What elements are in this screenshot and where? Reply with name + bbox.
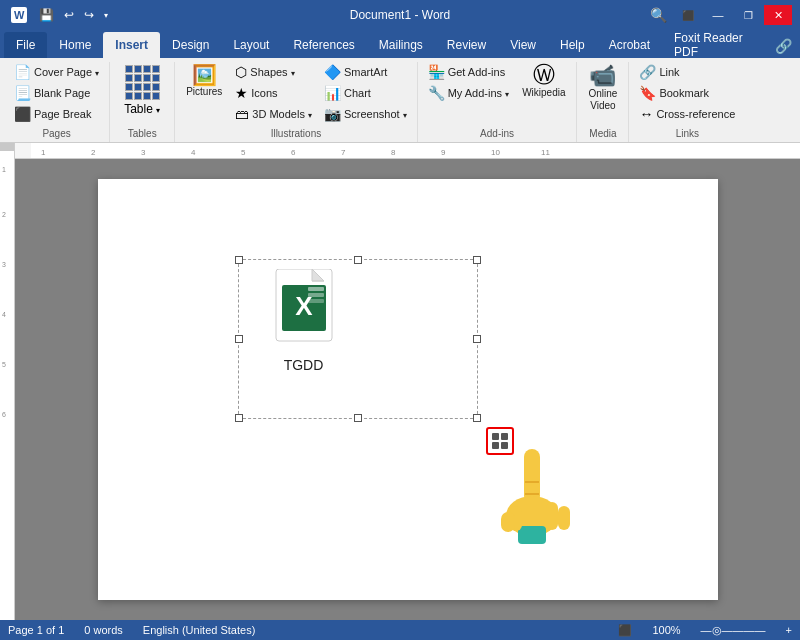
cross-reference-button[interactable]: ↔ Cross-reference: [635, 104, 739, 124]
media-group-label: Media: [583, 126, 622, 142]
excel-icon: X: [268, 269, 340, 351]
link-button[interactable]: 🔗 Link: [635, 62, 739, 82]
illustrations-col: ⬡ Shapes ▾ ★ Icons 🗃 3D Models ▾: [231, 62, 316, 124]
pages-buttons: 📄 Cover Page ▾ 📃 Blank Page ⬛ Page Break: [10, 62, 103, 124]
tab-file[interactable]: File: [4, 32, 47, 58]
shapes-icon: ⬡: [235, 64, 247, 80]
quick-access-toolbar: 💾 ↩ ↪ ▾: [36, 6, 111, 24]
cross-reference-icon: ↔: [639, 106, 653, 122]
svg-rect-17: [558, 506, 570, 530]
handle-top-mid[interactable]: [354, 256, 362, 264]
view-mode: ⬛: [618, 624, 632, 637]
pictures-button[interactable]: 🖼️ Pictures: [181, 62, 227, 101]
media-group-content: 📹 OnlineVideo: [583, 62, 622, 126]
smartart-label: SmartArt: [344, 66, 387, 78]
handle-mid-right[interactable]: [473, 335, 481, 343]
cover-page-button[interactable]: 📄 Cover Page ▾: [10, 62, 103, 82]
links-col: 🔗 Link 🔖 Bookmark ↔ Cross-reference: [635, 62, 739, 124]
my-addins-icon: 🔧: [428, 85, 445, 101]
online-video-icon: 📹: [589, 65, 616, 87]
bookmark-button[interactable]: 🔖 Bookmark: [635, 83, 739, 103]
my-addins-button[interactable]: 🔧 My Add-ins ▾: [424, 83, 513, 103]
handle-bot-mid[interactable]: [354, 414, 362, 422]
ribbon-display-button[interactable]: ⬛: [674, 5, 702, 25]
bookmark-label: Bookmark: [659, 87, 709, 99]
my-addins-label: My Add-ins ▾: [448, 87, 509, 99]
window-controls: 🔍 ⬛ — ❐ ✕: [644, 5, 792, 25]
tab-help[interactable]: Help: [548, 32, 597, 58]
pages-group-label: Pages: [10, 126, 103, 142]
tab-foxit[interactable]: Foxit Reader PDF: [662, 32, 771, 58]
close-button[interactable]: ✕: [764, 5, 792, 25]
illustrations-group-label: Illustrations: [181, 126, 410, 142]
3d-models-button[interactable]: 🗃 3D Models ▾: [231, 104, 316, 124]
ribbon-group-illustrations: 🖼️ Pictures ⬡ Shapes ▾ ★ Icons 🗃 3D Mode…: [175, 62, 417, 142]
handle-bot-right[interactable]: [473, 414, 481, 422]
online-video-label: OnlineVideo: [588, 88, 617, 112]
document-title: Document1 - Word: [350, 8, 450, 22]
title-bar-left: W 💾 ↩ ↪ ▾: [8, 5, 111, 25]
tab-layout[interactable]: Layout: [221, 32, 281, 58]
finger-cursor: [496, 444, 586, 554]
shapes-button[interactable]: ⬡ Shapes ▾: [231, 62, 316, 82]
svg-rect-10: [492, 442, 499, 449]
document-title-text: Document1 - Word: [350, 8, 450, 22]
wikipedia-button[interactable]: Ⓦ Wikipedia: [517, 62, 570, 101]
handle-top-right[interactable]: [473, 256, 481, 264]
handle-bot-left[interactable]: [235, 414, 243, 422]
screenshot-button[interactable]: 📷 Screenshot ▾: [320, 104, 411, 124]
layout-options-button[interactable]: [486, 427, 514, 455]
get-addins-icon: 🏪: [428, 64, 445, 80]
get-addins-label: Get Add-ins: [448, 66, 505, 78]
get-addins-button[interactable]: 🏪 Get Add-ins: [424, 62, 513, 82]
smartart-button[interactable]: 🔷 SmartArt: [320, 62, 411, 82]
ribbon-content: 📄 Cover Page ▾ 📃 Blank Page ⬛ Page Break…: [0, 58, 800, 143]
tab-home[interactable]: Home: [47, 32, 103, 58]
tab-acrobat[interactable]: Acrobat: [597, 32, 662, 58]
svg-rect-12: [524, 449, 540, 504]
ribbon-group-addins: 🏪 Get Add-ins 🔧 My Add-ins ▾ Ⓦ Wikipedia…: [418, 62, 578, 142]
cover-page-label: Cover Page ▾: [34, 66, 99, 78]
restore-button[interactable]: ❐: [734, 5, 762, 25]
ruler-inner: 1 2 3 4 5 6 7 8 9 10 11: [31, 143, 800, 158]
svg-point-13: [506, 496, 558, 536]
pages-group-content: 📄 Cover Page ▾ 📃 Blank Page ⬛ Page Break: [10, 62, 103, 126]
tab-insert[interactable]: Insert: [103, 32, 160, 58]
blank-page-label: Blank Page: [34, 87, 90, 99]
tab-view[interactable]: View: [498, 32, 548, 58]
vertical-ruler: 1 2 3 4 5 6: [0, 143, 15, 620]
zoom-slider[interactable]: —◎————: [701, 624, 766, 637]
addins-group-content: 🏪 Get Add-ins 🔧 My Add-ins ▾ Ⓦ Wikipedia: [424, 62, 571, 126]
handle-top-left[interactable]: [235, 256, 243, 264]
tab-design[interactable]: Design: [160, 32, 221, 58]
illustrations-col2: 🔷 SmartArt 📊 Chart 📷 Screenshot ▾: [320, 62, 411, 124]
tab-review[interactable]: Review: [435, 32, 498, 58]
page-break-icon: ⬛: [14, 106, 31, 122]
blank-page-button[interactable]: 📃 Blank Page: [10, 83, 103, 103]
handle-mid-left[interactable]: [235, 335, 243, 343]
page-count: Page 1 of 1: [8, 624, 64, 636]
layout-options-icon: [491, 432, 509, 450]
chart-button[interactable]: 📊 Chart: [320, 83, 411, 103]
svg-rect-6: [308, 293, 324, 297]
zoom-level: 100%: [652, 624, 680, 636]
redo-qat-button[interactable]: ↪: [81, 6, 97, 24]
icons-button[interactable]: ★ Icons: [231, 83, 316, 103]
illustrations-group-content: 🖼️ Pictures ⬡ Shapes ▾ ★ Icons 🗃 3D Mode…: [181, 62, 410, 126]
undo-qat-button[interactable]: ↩: [61, 6, 77, 24]
help-button[interactable]: 🔍: [644, 5, 672, 25]
save-qat-button[interactable]: 💾: [36, 6, 57, 24]
online-video-button[interactable]: 📹 OnlineVideo: [583, 62, 622, 115]
page-break-button[interactable]: ⬛ Page Break: [10, 104, 103, 124]
svg-rect-14: [518, 526, 546, 544]
customize-qat-button[interactable]: ▾: [101, 9, 111, 22]
tab-mailings[interactable]: Mailings: [367, 32, 435, 58]
tab-references[interactable]: References: [281, 32, 366, 58]
zoom-in[interactable]: +: [786, 624, 792, 636]
links-group-content: 🔗 Link 🔖 Bookmark ↔ Cross-reference: [635, 62, 739, 126]
screenshot-label: Screenshot ▾: [344, 108, 407, 120]
tables-group-content: Table ▾: [116, 62, 168, 126]
ribbon-share-button[interactable]: 🔗: [771, 34, 796, 58]
minimize-button[interactable]: —: [704, 5, 732, 25]
table-button[interactable]: Table ▾: [116, 62, 168, 119]
